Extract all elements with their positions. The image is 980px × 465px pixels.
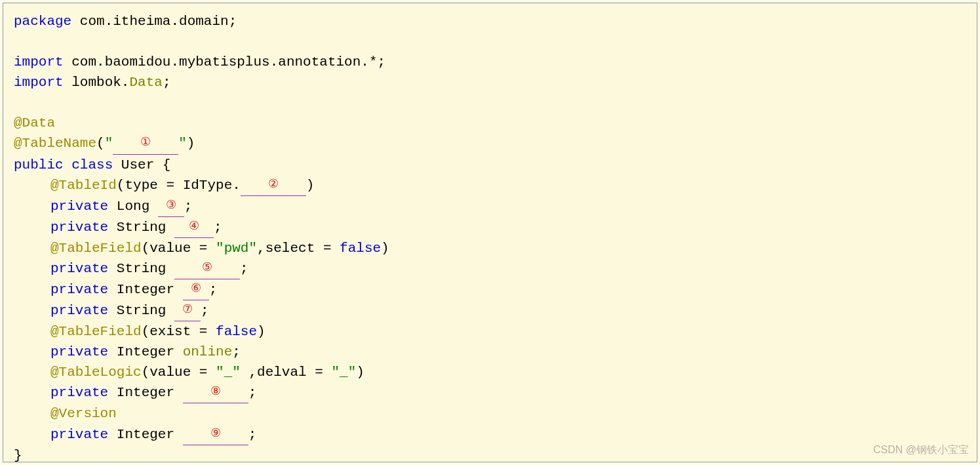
circle-5: ⑤ bbox=[202, 261, 212, 274]
type-string: String bbox=[108, 261, 174, 276]
type-integer: Integer bbox=[108, 282, 182, 297]
semicolon: ; bbox=[248, 427, 257, 442]
semicolon: ; bbox=[184, 199, 193, 214]
keyword-import: import bbox=[14, 75, 64, 90]
annotation-mid: ,select = bbox=[257, 241, 340, 256]
semicolon: ; bbox=[248, 385, 257, 400]
circle-8: ⑧ bbox=[210, 385, 221, 398]
annotation-args: (type = IdType. bbox=[117, 178, 241, 193]
paren-close: ) bbox=[306, 178, 315, 193]
circle-3: ③ bbox=[166, 199, 176, 212]
type-integer: Integer bbox=[108, 427, 182, 442]
keyword-private: private bbox=[50, 220, 108, 235]
paren-close: ) bbox=[187, 136, 195, 151]
paren-close: ) bbox=[356, 365, 364, 380]
paren-close: ) bbox=[257, 324, 265, 339]
literal-false: false bbox=[340, 241, 381, 256]
literal-false: false bbox=[216, 324, 257, 339]
import-path: lombok. bbox=[64, 75, 130, 90]
keyword-package: package bbox=[14, 14, 71, 29]
annotation-args: (value = bbox=[142, 241, 216, 256]
watermark: CSDN @钢铁小宝宝 bbox=[873, 442, 969, 458]
keyword-private: private bbox=[50, 199, 108, 214]
annotation-mid: ,delval = bbox=[241, 365, 332, 380]
semicolon: ; bbox=[240, 261, 248, 276]
keyword-private: private bbox=[50, 303, 108, 318]
paren-close: ) bbox=[381, 241, 389, 256]
blank-7: ⑦ bbox=[174, 300, 201, 321]
string-underscore: "_" bbox=[331, 365, 356, 380]
blank-9: ⑨ bbox=[183, 424, 248, 445]
annotation-tablelogic: @TableLogic bbox=[50, 365, 142, 380]
keyword-private: private bbox=[50, 344, 108, 359]
annotation-tablename: @TableName bbox=[14, 136, 96, 151]
keyword-private: private bbox=[50, 427, 108, 442]
type-integer: Integer bbox=[108, 344, 182, 359]
code-content: package com.itheima.domain; import com.b… bbox=[14, 11, 966, 465]
annotation-args: (value = bbox=[142, 365, 216, 380]
annotation-tableid: @TableId bbox=[50, 178, 117, 193]
keyword-private: private bbox=[50, 282, 108, 297]
keyword-private: private bbox=[50, 385, 108, 400]
paren: ( bbox=[96, 136, 105, 151]
blank-2: ② bbox=[241, 175, 306, 196]
annotation-tablefield: @TableField bbox=[50, 324, 142, 339]
blank-5: ⑤ bbox=[174, 258, 240, 279]
type-string: String bbox=[108, 303, 174, 318]
annotation-data: @Data bbox=[14, 115, 55, 131]
package-name: com.itheima.domain; bbox=[71, 14, 237, 29]
class-name: User { bbox=[113, 157, 170, 172]
semicolon: ; bbox=[209, 282, 218, 297]
blank-6: ⑥ bbox=[183, 279, 209, 300]
code-block: package com.itheima.domain; import com.b… bbox=[3, 3, 977, 462]
string-quote: " bbox=[105, 136, 113, 151]
semicolon: ; bbox=[232, 344, 241, 359]
semicolon: ; bbox=[201, 303, 209, 318]
keyword-import: import bbox=[14, 54, 64, 70]
semicolon: ; bbox=[214, 220, 222, 235]
circle-9: ⑨ bbox=[210, 427, 221, 440]
field-online: online bbox=[183, 344, 233, 359]
keyword-public: public bbox=[14, 157, 64, 172]
import-path: com.baomidou.mybatisplus.annotation.*; bbox=[64, 54, 385, 70]
circle-6: ⑥ bbox=[191, 282, 201, 295]
circle-7: ⑦ bbox=[182, 303, 193, 316]
annotation-args: (exist = bbox=[142, 324, 216, 339]
type-string: String bbox=[108, 220, 174, 235]
circle-1: ① bbox=[140, 136, 151, 149]
annotation-tablefield: @TableField bbox=[50, 241, 142, 256]
circle-4: ④ bbox=[189, 220, 199, 233]
circle-2: ② bbox=[268, 178, 279, 191]
type-integer: Integer bbox=[108, 385, 182, 400]
string-underscore: "_" bbox=[216, 365, 241, 380]
import-class: Data bbox=[129, 75, 162, 90]
semicolon: ; bbox=[163, 75, 171, 90]
annotation-version: @Version bbox=[50, 406, 117, 421]
blank-4: ④ bbox=[174, 217, 214, 238]
blank-1: ① bbox=[113, 133, 178, 154]
type-long: Long bbox=[108, 199, 158, 214]
keyword-private: private bbox=[50, 261, 108, 276]
blank-8: ⑧ bbox=[183, 382, 248, 403]
string-pwd: "pwd" bbox=[216, 241, 257, 256]
close-brace: } bbox=[14, 448, 22, 463]
blank-3: ③ bbox=[158, 196, 184, 217]
keyword-class: class bbox=[71, 157, 113, 172]
string-quote: " bbox=[178, 136, 187, 151]
